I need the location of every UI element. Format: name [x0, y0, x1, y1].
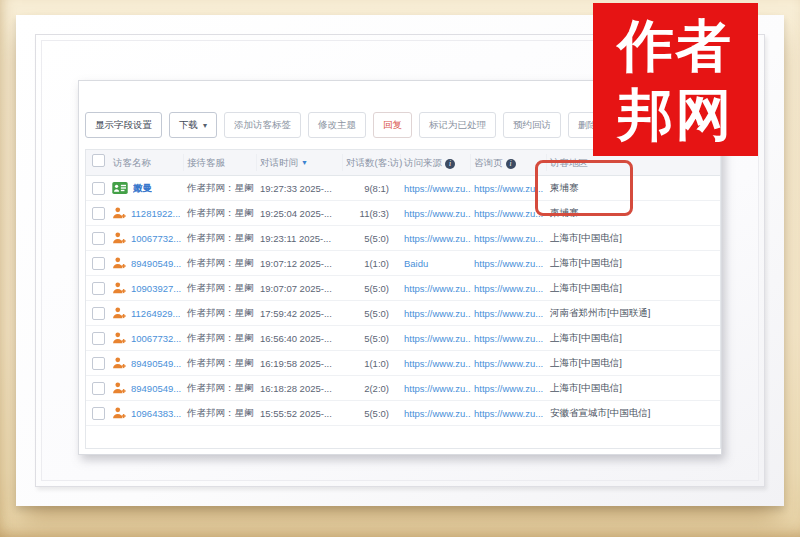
watermark-line1: 作者	[618, 11, 734, 80]
row-checkbox[interactable]	[92, 407, 105, 420]
visitor-name-link[interactable]: 89490549...	[131, 258, 181, 269]
visitor-name-link[interactable]: 10964383...	[131, 408, 181, 419]
visitor-name-link[interactable]: 11264929...	[131, 308, 180, 319]
chat-time-cell: 19:23:11 2025-...	[257, 233, 343, 244]
row-checkbox[interactable]	[92, 257, 105, 270]
table-row[interactable]: 10964383... 作者邦网：星阑 15:55:52 2025-... 5(…	[86, 401, 720, 426]
header-chat-count: 对话数(客:访)	[343, 154, 401, 171]
row-checkbox[interactable]	[92, 182, 105, 195]
visitor-add-icon	[112, 256, 126, 270]
row-checkbox[interactable]	[92, 357, 105, 370]
consult-page-link[interactable]: https://www.zu...	[471, 358, 547, 369]
mark-processed-button[interactable]: 标记为已处理	[419, 112, 496, 138]
visitor-add-icon	[112, 331, 126, 345]
chat-count-cell: 5(5:0)	[343, 408, 401, 419]
agent-cell: 作者邦网：星阑	[184, 257, 257, 270]
info-icon[interactable]: i	[506, 159, 516, 169]
visit-source-link[interactable]: https://www.zu...	[401, 208, 471, 219]
consult-page-label: 咨询页	[474, 157, 503, 168]
visitor-name-link[interactable]: 10067732...	[131, 333, 181, 344]
watermark-badge: 作者 邦网	[593, 3, 758, 156]
sort-desc-icon[interactable]: ▼	[301, 159, 308, 166]
chat-count-cell: 9(8:1)	[343, 183, 401, 194]
visitor-region-cell: 上海市[中国电信]	[547, 332, 720, 345]
visitor-name-link[interactable]: 89490549...	[131, 383, 181, 394]
chat-count-cell: 11(8:3)	[343, 208, 401, 219]
visitor-name-link[interactable]: 89490549...	[131, 358, 181, 369]
consult-page-link[interactable]: https://www.zu...	[471, 258, 547, 269]
chat-count-cell: 5(5:0)	[343, 333, 401, 344]
table-row[interactable]: 10903927... 作者邦网：星阑 19:07:07 2025-... 5(…	[86, 276, 720, 301]
chat-count-cell: 1(1:0)	[343, 258, 401, 269]
download-button[interactable]: 下载▾	[169, 112, 217, 138]
visitor-add-icon	[112, 306, 126, 320]
chat-time-cell: 16:19:58 2025-...	[257, 358, 343, 369]
consult-page-link[interactable]: https://www.zu...	[471, 383, 547, 394]
row-checkbox[interactable]	[92, 282, 105, 295]
table-row[interactable]: 10067732... 作者邦网：星阑 19:23:11 2025-... 5(…	[86, 226, 720, 251]
visit-source-link[interactable]: https://www.zu...	[401, 383, 471, 394]
chat-time-cell: 19:25:04 2025-...	[257, 208, 343, 219]
chevron-down-icon: ▾	[203, 121, 207, 130]
visit-source-link[interactable]: https://www.zu...	[401, 233, 471, 244]
consult-page-link[interactable]: https://www.zu...	[471, 308, 547, 319]
table-row[interactable]: 89490549... 作者邦网：星阑 19:07:12 2025-... 1(…	[86, 251, 720, 276]
row-checkbox[interactable]	[92, 232, 105, 245]
schedule-callback-button[interactable]: 预约回访	[503, 112, 561, 138]
visit-source-link[interactable]: https://www.zu...	[401, 308, 471, 319]
contact-card-icon	[112, 182, 128, 194]
chat-count-cell: 5(5:0)	[343, 308, 401, 319]
consult-page-link[interactable]: https://www.zu...	[471, 408, 547, 419]
visit-source-link[interactable]: https://www.zu...	[401, 183, 471, 194]
chat-time-cell: 19:07:12 2025-...	[257, 258, 343, 269]
visit-source-link[interactable]: https://www.zu...	[401, 333, 471, 344]
info-icon[interactable]: i	[445, 159, 455, 169]
visitor-add-icon	[112, 381, 126, 395]
chat-time-cell: 16:18:28 2025-...	[257, 383, 343, 394]
visitor-name-link[interactable]: 10903927...	[131, 283, 181, 294]
visitor-name-link[interactable]: 嫩曼	[133, 182, 152, 195]
table-row[interactable]: 11264929... 作者邦网：星阑 17:59:42 2025-... 5(…	[86, 301, 720, 326]
chat-count-cell: 5(5:0)	[343, 283, 401, 294]
header-agent: 接待客服	[184, 154, 257, 171]
visit-source-link[interactable]: Baidu	[401, 258, 471, 269]
visitor-name-link[interactable]: 11281922...	[131, 208, 180, 219]
visit-source-link[interactable]: https://www.zu...	[401, 283, 471, 294]
visit-source-link[interactable]: https://www.zu...	[401, 358, 471, 369]
visitor-add-icon	[112, 281, 126, 295]
row-checkbox[interactable]	[92, 382, 105, 395]
visitor-add-icon	[112, 231, 126, 245]
consult-page-link[interactable]: https://www.zu...	[471, 333, 547, 344]
select-all-checkbox[interactable]	[92, 154, 105, 167]
chat-time-cell: 16:56:40 2025-...	[257, 333, 343, 344]
table-row[interactable]: 10067732... 作者邦网：星阑 16:56:40 2025-... 5(…	[86, 326, 720, 351]
chat-time-cell: 19:07:07 2025-...	[257, 283, 343, 294]
visitor-region-cell: 上海市[中国电信]	[547, 232, 720, 245]
modify-topic-button[interactable]: 修改主题	[308, 112, 366, 138]
agent-cell: 作者邦网：星阑	[184, 307, 257, 320]
highlight-annotation-box	[535, 160, 633, 216]
download-label: 下载	[179, 119, 198, 130]
row-checkbox[interactable]	[92, 332, 105, 345]
add-visitor-tag-button[interactable]: 添加访客标签	[224, 112, 301, 138]
visit-source-link[interactable]: https://www.zu...	[401, 408, 471, 419]
display-field-settings-button[interactable]: 显示字段设置	[85, 112, 162, 138]
header-visitor-name: 访客名称	[110, 154, 184, 171]
stage: 显示字段设置 下载▾ 添加访客标签 修改主题 回复 标记为已处理 预约回访 删除…	[0, 0, 800, 537]
header-visit-source: 访问来源i	[401, 154, 471, 171]
header-chat-time[interactable]: 对话时间▼	[257, 154, 343, 171]
visitor-region-cell: 上海市[中国电信]	[547, 357, 720, 370]
row-checkbox[interactable]	[92, 207, 105, 220]
visit-source-label: 访问来源	[404, 157, 442, 168]
consult-page-link[interactable]: https://www.zu...	[471, 283, 547, 294]
table-row[interactable]: 89490549... 作者邦网：星阑 16:18:28 2025-... 2(…	[86, 376, 720, 401]
agent-cell: 作者邦网：星阑	[184, 407, 257, 420]
row-checkbox[interactable]	[92, 307, 105, 320]
chat-time-cell: 19:27:33 2025-...	[257, 183, 343, 194]
agent-cell: 作者邦网：星阑	[184, 382, 257, 395]
visitor-add-icon	[112, 406, 126, 420]
consult-page-link[interactable]: https://www.zu...	[471, 233, 547, 244]
visitor-name-link[interactable]: 10067732...	[131, 233, 181, 244]
table-row[interactable]: 89490549... 作者邦网：星阑 16:19:58 2025-... 1(…	[86, 351, 720, 376]
reply-button[interactable]: 回复	[373, 112, 412, 138]
